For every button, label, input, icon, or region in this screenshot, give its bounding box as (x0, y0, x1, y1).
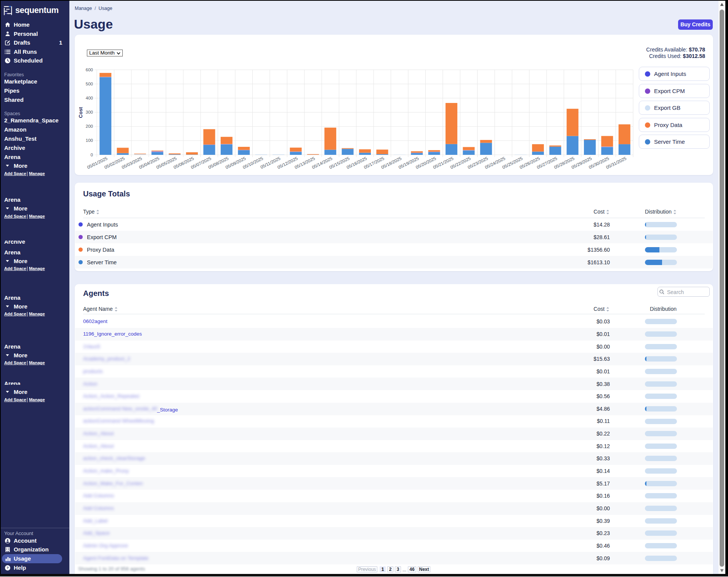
svg-text:100: 100 (86, 138, 93, 143)
svg-text:0: 0 (91, 153, 93, 157)
svg-text:500: 500 (86, 82, 93, 86)
svg-text:Cost: Cost (78, 107, 83, 118)
svg-text:400: 400 (86, 96, 93, 100)
svg-text:600: 600 (86, 68, 93, 72)
svg-text:200: 200 (86, 124, 93, 129)
svg-text:?: ? (6, 566, 9, 570)
svg-text:300: 300 (86, 110, 93, 114)
